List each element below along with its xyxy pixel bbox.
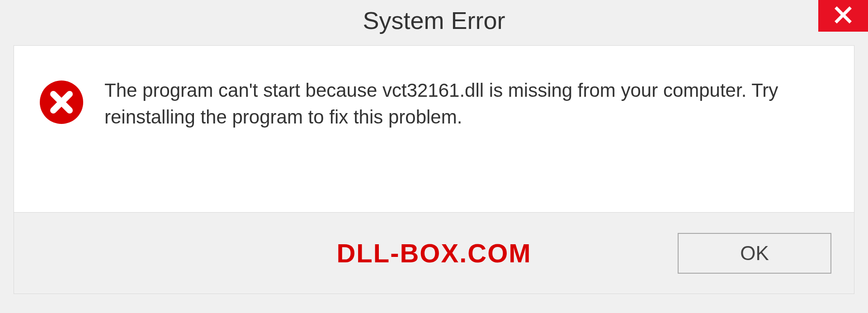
content-panel: The program can't start because vct32161… <box>14 45 854 213</box>
error-message: The program can't start because vct32161… <box>104 77 827 131</box>
close-button[interactable] <box>818 0 868 32</box>
dialog-title: System Error <box>363 6 505 34</box>
watermark-text: DLL-BOX.COM <box>336 238 531 268</box>
titlebar: System Error <box>0 0 868 41</box>
dialog-footer: DLL-BOX.COM OK <box>14 213 854 294</box>
close-icon <box>834 5 853 26</box>
ok-button[interactable]: OK <box>678 233 831 274</box>
error-icon <box>39 80 84 125</box>
